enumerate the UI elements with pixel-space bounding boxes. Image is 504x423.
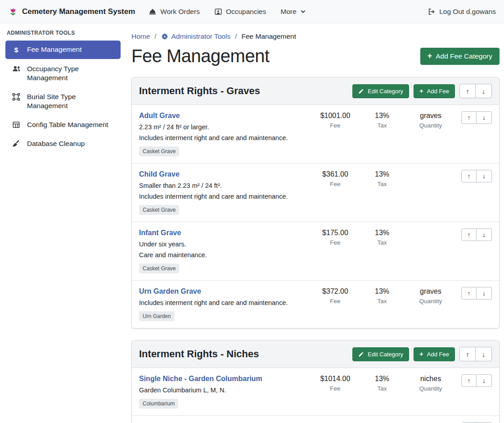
move-fee-down-button[interactable]: ↓ <box>477 287 492 300</box>
occupancy-icon <box>214 8 222 16</box>
move-fee-up-button[interactable]: ↑ <box>461 287 477 300</box>
sidebar-item-config-table-management[interactable]: Config Table Management <box>5 116 121 134</box>
fee-amount-cell: $372.00 Fee <box>312 287 359 305</box>
breadcrumb-admin-tools[interactable]: Administrator Tools <box>161 32 231 41</box>
arrow-down-icon: ↓ <box>482 377 486 384</box>
fee-quantity-cell: niches Quantity <box>405 374 456 392</box>
move-category-up-button[interactable]: ↑ <box>459 84 476 98</box>
fee-description: Garden Columbarium L, M, N. <box>139 386 307 395</box>
fee-name-link[interactable]: Adult Grave <box>139 111 180 121</box>
fee-amount-cell: $175.00 Fee <box>312 228 359 246</box>
logout-icon <box>428 8 436 16</box>
category-reorder-group: ↑ ↓ <box>459 84 492 98</box>
move-category-down-button[interactable]: ↓ <box>476 347 492 361</box>
arrow-up-icon: ↑ <box>466 87 469 95</box>
nav-more[interactable]: More <box>281 8 306 16</box>
fee-amount: $1014.00 <box>312 374 359 384</box>
edit-category-button[interactable]: Edit Category <box>352 84 409 98</box>
add-fee-category-button[interactable]: + Add Fee Category <box>420 48 500 65</box>
sidebar-item-label: Fee Management <box>27 45 82 54</box>
breadcrumb-home[interactable]: Home <box>131 32 150 41</box>
move-fee-down-button[interactable]: ↓ <box>477 228 492 241</box>
move-category-up-button[interactable]: ↑ <box>459 347 476 361</box>
fee-badge: Urn Garden <box>139 311 175 321</box>
fee-amount-label: Fee <box>312 122 359 129</box>
fee-description: 2.23 m² / 24 ft² or larger. <box>139 123 307 132</box>
nav-work-orders[interactable]: Work Orders <box>148 8 200 16</box>
fee-info: Single Niche - Garden Columbarium Garden… <box>139 374 312 409</box>
pencil-icon <box>358 88 364 94</box>
arrow-up-icon: ↑ <box>466 350 469 358</box>
fee-quantity-cell: graves Quantity <box>405 111 456 129</box>
sidebar-item-label: Occupancy Type Management <box>27 64 114 82</box>
dollar-icon: $ <box>12 45 21 55</box>
sidebar-item-fee-management[interactable]: $ Fee Management <box>5 41 121 59</box>
fee-name-link[interactable]: Urn Garden Grave <box>139 287 201 296</box>
fee-badge: Casket Grave <box>139 205 179 215</box>
arrow-down-icon: ↓ <box>482 350 486 358</box>
category-reorder-group: ↑ ↓ <box>459 347 492 361</box>
move-fee-up-button[interactable]: ↑ <box>461 228 477 241</box>
arrow-down-icon: ↓ <box>482 87 486 95</box>
nav-more-label: More <box>281 8 297 16</box>
edit-category-label: Edit Category <box>368 88 403 95</box>
fee-tax-cell: 13% Tax <box>359 111 405 129</box>
move-fee-down-button[interactable]: ↓ <box>477 111 492 124</box>
fee-name-link[interactable]: Infant Grave <box>139 228 181 238</box>
edit-category-button[interactable]: Edit Category <box>352 347 409 361</box>
fee-description: Smaller than 2.23 m² / 24 ft². <box>139 182 307 190</box>
fee-description: Includes interment right and care and ma… <box>139 192 307 201</box>
fee-amount: $1001.00 <box>312 111 359 121</box>
arrow-down-icon: ↓ <box>482 114 486 121</box>
fee-amount: $175.00 <box>312 228 359 238</box>
plus-icon: + <box>419 88 423 95</box>
breadcrumb-admin-tools-label: Administrator Tools <box>171 32 231 41</box>
sidebar-item-database-cleanup[interactable]: Database Cleanup <box>5 135 121 153</box>
fee-tax-label: Tax <box>359 122 405 129</box>
fee-row: Companion Niche - Garden Columbarium Gar… <box>132 416 499 423</box>
fee-tax-label: Tax <box>359 385 405 392</box>
add-fee-label: Add Fee <box>427 88 449 95</box>
fee-amount-label: Fee <box>312 298 359 305</box>
fee-tax: 13% <box>359 111 405 121</box>
fee-description: Includes interment right and care and ma… <box>139 134 307 142</box>
sidebar-item-burial-site-type-management[interactable]: Burial Site Type Management <box>5 88 121 115</box>
category-actions: Edit Category + Add Fee ↑ ↓ <box>352 347 492 361</box>
sidebar-item-label: Database Cleanup <box>27 139 85 148</box>
plus-icon: + <box>428 52 432 60</box>
fee-reorder-group: ↑ ↓ <box>461 111 492 124</box>
arrow-down-icon: ↓ <box>482 231 486 238</box>
move-fee-down-button[interactable]: ↓ <box>477 374 492 387</box>
fee-tax-label: Tax <box>359 239 405 246</box>
fee-tax: 13% <box>359 287 405 296</box>
nav-occupancies[interactable]: Occupancies <box>214 8 266 16</box>
fee-reorder-group: ↑ ↓ <box>461 287 492 300</box>
fee-tax-label: Tax <box>359 298 405 305</box>
fee-name-link[interactable]: Child Grave <box>139 169 180 179</box>
category-actions: Edit Category + Add Fee ↑ ↓ <box>352 84 492 98</box>
fee-name-link[interactable]: Single Niche - Garden Columbarium <box>139 374 262 384</box>
move-fee-up-button[interactable]: ↑ <box>461 111 477 124</box>
move-fee-up-button[interactable]: ↑ <box>461 374 477 387</box>
arrow-up-icon: ↑ <box>468 173 471 180</box>
move-category-down-button[interactable]: ↓ <box>476 84 492 98</box>
fee-row: Single Niche - Garden Columbarium Garden… <box>132 368 499 416</box>
fee-tax: 13% <box>359 374 405 384</box>
move-fee-up-button[interactable]: ↑ <box>461 170 477 182</box>
nav-work-orders-label: Work Orders <box>160 8 200 16</box>
fee-tax: 13% <box>359 228 405 238</box>
fee-badge: Columbarium <box>139 399 178 409</box>
move-fee-down-button[interactable]: ↓ <box>477 170 492 182</box>
broom-icon <box>12 140 21 148</box>
add-fee-button[interactable]: + Add Fee <box>414 347 455 361</box>
fee-descriptions: Under six years.Care and maintenance. <box>139 240 307 259</box>
fee-quantity: graves <box>405 111 456 121</box>
arrow-up-icon: ↑ <box>468 290 471 297</box>
sidebar-item-label: Config Table Management <box>27 120 108 129</box>
logout-link[interactable]: Log Out d.gowans <box>428 8 496 16</box>
add-fee-button[interactable]: + Add Fee <box>414 84 455 98</box>
fee-quantity-cell: graves Quantity <box>405 287 456 305</box>
fee-row: Child Grave Smaller than 2.23 m² / 24 ft… <box>132 164 499 222</box>
app-brand[interactable]: Cemetery Management System <box>8 7 135 17</box>
sidebar-item-occupancy-type-management[interactable]: Occupancy Type Management <box>5 60 121 87</box>
